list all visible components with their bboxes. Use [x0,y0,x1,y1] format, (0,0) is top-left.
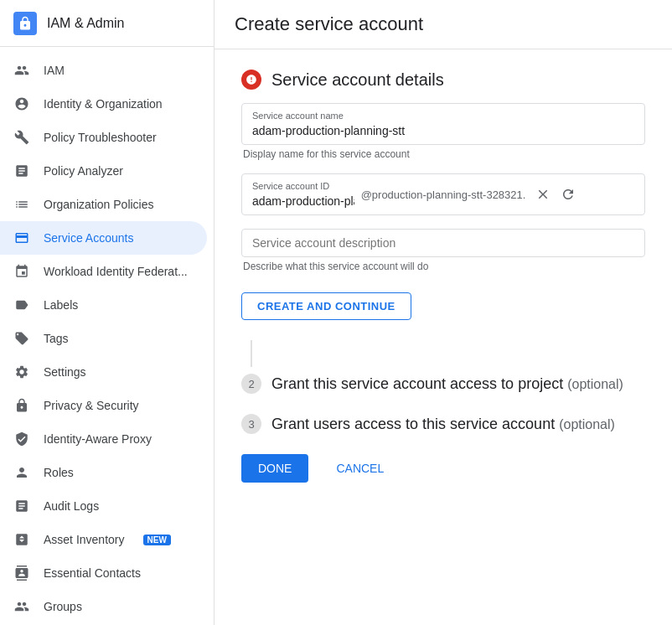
section-2-title: Grant this service account access to pro… [271,375,623,393]
sidebar-item-policy-analyzer[interactable]: Policy Analyzer [0,154,207,188]
sidebar-item-contacts-label: Essential Contacts [44,566,141,580]
sidebar-item-tags-label: Tags [44,332,69,345]
lock-icon [13,397,30,414]
service-account-description-hint: Describe what this service account will … [241,261,645,272]
service-account-name-input[interactable] [252,124,634,137]
group-icon [13,598,30,615]
sidebar-item-service-accounts-label: Service Accounts [44,231,133,245]
sidebar-item-identity-aware-proxy[interactable]: Identity-Aware Proxy [0,422,207,456]
id-card-icon [13,230,30,246]
sidebar-item-policy-troubleshooter[interactable]: Policy Troubleshooter [0,121,207,154]
create-and-continue-button[interactable]: CREATE AND CONTINUE [241,292,411,320]
service-account-name-label: Service account name [252,111,634,121]
section-1-header: Service account details [241,70,645,90]
person-icon [13,464,30,481]
sidebar-item-asset-label: Asset Inventory [44,533,125,546]
section-2: 2 Grant this service account access to p… [241,340,645,400]
section-3-header: 3 Grant users access to this service acc… [241,407,645,441]
service-account-id-field: Service account ID @production-planning-… [241,173,645,215]
sidebar-item-settings[interactable]: Settings [0,355,207,389]
sidebar-item-essential-contacts[interactable]: Essential Contacts [0,556,207,590]
section-1-title: Service account details [271,70,444,90]
shield-check-icon [13,431,30,447]
contact-icon [13,565,30,581]
sidebar-item-workload-identity[interactable]: Workload Identity Federat... [0,255,207,288]
sidebar-item-audit-logs-label: Audit Logs [44,499,99,513]
sidebar-item-iap-label: Identity-Aware Proxy [44,432,152,446]
sidebar-item-audit-logs[interactable]: Audit Logs [0,489,207,523]
person-circle-icon [13,96,30,112]
sidebar-item-iam-label: IAM [44,64,65,77]
service-account-name-field: Service account name [241,103,645,145]
sidebar-nav: IAM Identity & Organization Policy Troub… [0,47,214,625]
label-icon [13,297,30,313]
gear-icon [13,364,30,380]
cancel-button[interactable]: CANCEL [318,454,401,483]
service-account-description-input[interactable] [252,236,634,250]
create-service-account-form: Service account details Service account … [215,49,672,509]
refresh-id-button[interactable] [557,183,579,205]
app-title: IAM & Admin [47,16,124,31]
sidebar-item-roles-label: Roles [44,466,74,479]
workload-icon [13,263,30,280]
sidebar-item-service-accounts[interactable]: Service Accounts [0,221,207,255]
sidebar-item-org-policies[interactable]: Organization Policies [0,188,207,221]
sidebar-item-tags[interactable]: Tags [0,322,207,355]
section-3-number: 3 [241,414,261,434]
search-doc-icon [13,163,30,179]
service-account-name-group: Service account name Display name for th… [241,103,645,160]
main-content: Create service account Service account d… [215,0,672,625]
section-3-title: Grant users access to this service accou… [271,416,615,433]
page-header: Create service account [215,0,672,49]
sidebar-item-identity-org[interactable]: Identity & Organization [0,87,207,121]
sidebar-item-analyzer-label: Policy Analyzer [44,164,123,178]
section-2-header: 2 Grant this service account access to p… [241,367,645,400]
sidebar: IAM & Admin IAM Identity & Organization [0,0,215,625]
section-1-body: Service account name Display name for th… [241,103,645,320]
service-account-id-suffix: @production-planning-stt-328321. [361,189,526,201]
tag-icon [13,330,30,347]
sidebar-item-iam[interactable]: IAM [0,54,207,87]
service-account-id-input[interactable] [252,194,354,208]
app-icon [13,12,37,35]
done-button[interactable]: DONE [241,454,308,483]
service-account-description-field [241,229,645,257]
list-icon [13,196,30,213]
sidebar-item-privacy-label: Privacy & Security [44,399,139,412]
wrench-icon [13,129,30,146]
section-3: 3 Grant users access to this service acc… [241,407,645,441]
sidebar-item-labels-label: Labels [44,298,78,312]
sidebar-item-identity-label: Identity & Organization [44,97,163,111]
sidebar-item-roles[interactable]: Roles [0,456,207,489]
sidebar-item-troubleshooter-label: Policy Troubleshooter [44,131,157,144]
clear-id-button[interactable] [532,183,554,205]
service-account-id-group: Service account ID @production-planning-… [241,173,645,215]
service-account-description-group: Describe what this service account will … [241,229,645,272]
form-actions: DONE CANCEL [241,447,645,489]
sidebar-item-groups[interactable]: Groups [0,590,207,623]
page-title: Create service account [235,13,652,35]
sidebar-item-labels[interactable]: Labels [0,288,207,322]
sidebar-item-settings-label: Settings [44,365,86,379]
sidebar-item-asset-inventory[interactable]: Asset Inventory NEW [0,523,207,556]
sidebar-item-groups-label: Groups [44,600,82,613]
section-1: Service account details Service account … [241,70,645,320]
sidebar-item-org-policies-label: Organization Policies [44,198,154,211]
asset-inventory-new-badge: NEW [143,535,171,545]
section-divider-1 [251,340,252,367]
sidebar-item-workload-label: Workload Identity Federat... [44,265,188,278]
section-1-number [241,70,261,90]
sidebar-header: IAM & Admin [0,0,214,47]
section-2-number: 2 [241,374,261,394]
people-icon [13,62,30,79]
list-alt-icon [13,498,30,514]
service-account-id-label: Service account ID [252,181,354,191]
sidebar-item-privacy-security[interactable]: Privacy & Security [0,389,207,422]
diamond-icon [13,531,30,548]
service-account-name-hint: Display name for this service account [241,148,645,160]
